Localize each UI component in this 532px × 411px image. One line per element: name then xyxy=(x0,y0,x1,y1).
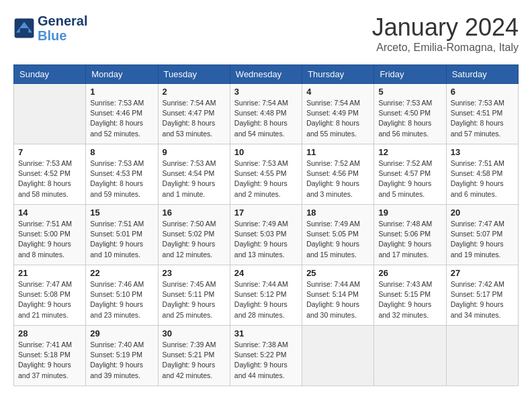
day-number: 27 xyxy=(451,268,514,278)
weekday-header: Saturday xyxy=(446,65,518,84)
calendar-cell: 19Sunrise: 7:48 AM Sunset: 5:06 PM Dayli… xyxy=(374,205,446,265)
title-block: January 2024 Arceto, Emilia-Romagna, Ita… xyxy=(372,13,519,54)
day-info: Sunrise: 7:50 AM Sunset: 5:02 PM Dayligh… xyxy=(163,219,226,260)
day-number: 9 xyxy=(163,147,226,157)
calendar-cell: 3Sunrise: 7:54 AM Sunset: 4:48 PM Daylig… xyxy=(230,84,302,144)
day-info: Sunrise: 7:47 AM Sunset: 5:07 PM Dayligh… xyxy=(451,219,514,260)
logo: GeneralBlue xyxy=(13,13,87,43)
day-info: Sunrise: 7:46 AM Sunset: 5:10 PM Dayligh… xyxy=(90,279,153,320)
calendar-cell: 10Sunrise: 7:53 AM Sunset: 4:55 PM Dayli… xyxy=(230,144,302,205)
day-info: Sunrise: 7:42 AM Sunset: 5:17 PM Dayligh… xyxy=(451,279,514,320)
weekday-header: Monday xyxy=(86,65,158,84)
calendar-cell: 25Sunrise: 7:44 AM Sunset: 5:14 PM Dayli… xyxy=(302,265,374,326)
calendar-cell: 18Sunrise: 7:49 AM Sunset: 5:05 PM Dayli… xyxy=(302,205,374,265)
day-number: 21 xyxy=(18,268,81,278)
day-number: 12 xyxy=(378,147,441,157)
calendar-cell: 20Sunrise: 7:47 AM Sunset: 5:07 PM Dayli… xyxy=(446,205,518,265)
day-number: 22 xyxy=(90,268,153,278)
page-header: GeneralBlue January 2024 Arceto, Emilia-… xyxy=(13,13,519,54)
day-number: 8 xyxy=(90,147,153,157)
calendar-cell: 14Sunrise: 7:51 AM Sunset: 5:00 PM Dayli… xyxy=(14,205,86,265)
calendar-week-row: 14Sunrise: 7:51 AM Sunset: 5:00 PM Dayli… xyxy=(14,205,519,265)
calendar-cell: 26Sunrise: 7:43 AM Sunset: 5:15 PM Dayli… xyxy=(374,265,446,326)
day-info: Sunrise: 7:54 AM Sunset: 4:48 PM Dayligh… xyxy=(234,98,298,139)
day-info: Sunrise: 7:39 AM Sunset: 5:21 PM Dayligh… xyxy=(163,340,226,381)
calendar-week-row: 1Sunrise: 7:53 AM Sunset: 4:46 PM Daylig… xyxy=(14,84,519,144)
calendar-cell: 2Sunrise: 7:54 AM Sunset: 4:47 PM Daylig… xyxy=(158,84,230,144)
calendar-cell: 9Sunrise: 7:53 AM Sunset: 4:54 PM Daylig… xyxy=(158,144,230,205)
day-info: Sunrise: 7:53 AM Sunset: 4:54 PM Dayligh… xyxy=(163,158,226,199)
day-number: 23 xyxy=(163,268,226,278)
day-info: Sunrise: 7:53 AM Sunset: 4:46 PM Dayligh… xyxy=(90,98,153,139)
calendar-cell: 1Sunrise: 7:53 AM Sunset: 4:46 PM Daylig… xyxy=(86,84,158,144)
calendar-cell: 28Sunrise: 7:41 AM Sunset: 5:18 PM Dayli… xyxy=(14,326,86,386)
svg-rect-2 xyxy=(20,28,29,35)
calendar-cell: 30Sunrise: 7:39 AM Sunset: 5:21 PM Dayli… xyxy=(158,326,230,386)
month-title: January 2024 xyxy=(372,13,519,42)
day-info: Sunrise: 7:44 AM Sunset: 5:14 PM Dayligh… xyxy=(306,279,369,320)
day-info: Sunrise: 7:52 AM Sunset: 4:56 PM Dayligh… xyxy=(306,158,369,199)
day-number: 29 xyxy=(90,328,153,338)
calendar-cell xyxy=(302,326,374,386)
calendar-cell: 4Sunrise: 7:54 AM Sunset: 4:49 PM Daylig… xyxy=(302,84,374,144)
day-info: Sunrise: 7:45 AM Sunset: 5:11 PM Dayligh… xyxy=(163,279,226,320)
calendar-cell xyxy=(14,84,86,144)
day-info: Sunrise: 7:53 AM Sunset: 4:50 PM Dayligh… xyxy=(378,98,441,139)
day-info: Sunrise: 7:53 AM Sunset: 4:53 PM Dayligh… xyxy=(90,158,153,199)
day-info: Sunrise: 7:54 AM Sunset: 4:49 PM Dayligh… xyxy=(306,98,369,139)
weekday-header: Tuesday xyxy=(158,65,230,84)
weekday-header: Wednesday xyxy=(230,65,302,84)
day-number: 20 xyxy=(451,208,514,218)
logo-icon xyxy=(13,17,35,39)
day-number: 5 xyxy=(378,87,441,97)
day-number: 1 xyxy=(90,87,153,97)
calendar-cell: 7Sunrise: 7:53 AM Sunset: 4:52 PM Daylig… xyxy=(14,144,86,205)
day-info: Sunrise: 7:51 AM Sunset: 5:01 PM Dayligh… xyxy=(90,219,153,260)
calendar-cell: 31Sunrise: 7:38 AM Sunset: 5:22 PM Dayli… xyxy=(230,326,302,386)
day-number: 7 xyxy=(18,147,81,157)
weekday-header: Friday xyxy=(374,65,446,84)
calendar-cell: 27Sunrise: 7:42 AM Sunset: 5:17 PM Dayli… xyxy=(446,265,518,326)
day-info: Sunrise: 7:49 AM Sunset: 5:05 PM Dayligh… xyxy=(306,219,369,260)
calendar-cell xyxy=(446,326,518,386)
calendar-cell: 5Sunrise: 7:53 AM Sunset: 4:50 PM Daylig… xyxy=(374,84,446,144)
day-info: Sunrise: 7:44 AM Sunset: 5:12 PM Dayligh… xyxy=(234,279,298,320)
calendar-week-row: 21Sunrise: 7:47 AM Sunset: 5:08 PM Dayli… xyxy=(14,265,519,326)
calendar-cell: 29Sunrise: 7:40 AM Sunset: 5:19 PM Dayli… xyxy=(86,326,158,386)
calendar-cell: 22Sunrise: 7:46 AM Sunset: 5:10 PM Dayli… xyxy=(86,265,158,326)
day-info: Sunrise: 7:47 AM Sunset: 5:08 PM Dayligh… xyxy=(18,279,81,320)
day-number: 26 xyxy=(378,268,441,278)
day-info: Sunrise: 7:53 AM Sunset: 4:51 PM Dayligh… xyxy=(451,98,514,139)
day-number: 28 xyxy=(18,328,81,338)
day-number: 2 xyxy=(163,87,226,97)
day-info: Sunrise: 7:51 AM Sunset: 5:00 PM Dayligh… xyxy=(18,219,81,260)
day-number: 31 xyxy=(234,328,298,338)
calendar-cell: 12Sunrise: 7:52 AM Sunset: 4:57 PM Dayli… xyxy=(374,144,446,205)
day-number: 25 xyxy=(306,268,369,278)
day-info: Sunrise: 7:41 AM Sunset: 5:18 PM Dayligh… xyxy=(18,340,81,381)
day-number: 24 xyxy=(234,268,298,278)
calendar-week-row: 7Sunrise: 7:53 AM Sunset: 4:52 PM Daylig… xyxy=(14,144,519,205)
weekday-header: Sunday xyxy=(14,65,86,84)
day-number: 18 xyxy=(306,208,369,218)
calendar-cell: 21Sunrise: 7:47 AM Sunset: 5:08 PM Dayli… xyxy=(14,265,86,326)
calendar-cell: 17Sunrise: 7:49 AM Sunset: 5:03 PM Dayli… xyxy=(230,205,302,265)
day-number: 19 xyxy=(378,208,441,218)
day-info: Sunrise: 7:43 AM Sunset: 5:15 PM Dayligh… xyxy=(378,279,441,320)
calendar-table: SundayMondayTuesdayWednesdayThursdayFrid… xyxy=(13,64,519,386)
day-number: 13 xyxy=(451,147,514,157)
day-number: 15 xyxy=(90,208,153,218)
calendar-week-row: 28Sunrise: 7:41 AM Sunset: 5:18 PM Dayli… xyxy=(14,326,519,386)
day-info: Sunrise: 7:48 AM Sunset: 5:06 PM Dayligh… xyxy=(378,219,441,260)
day-info: Sunrise: 7:53 AM Sunset: 4:52 PM Dayligh… xyxy=(18,158,81,199)
calendar-cell xyxy=(374,326,446,386)
day-info: Sunrise: 7:53 AM Sunset: 4:55 PM Dayligh… xyxy=(234,158,298,199)
calendar-cell: 16Sunrise: 7:50 AM Sunset: 5:02 PM Dayli… xyxy=(158,205,230,265)
location-subtitle: Arceto, Emilia-Romagna, Italy xyxy=(372,42,519,54)
day-info: Sunrise: 7:49 AM Sunset: 5:03 PM Dayligh… xyxy=(234,219,298,260)
day-number: 11 xyxy=(306,147,369,157)
calendar-cell: 15Sunrise: 7:51 AM Sunset: 5:01 PM Dayli… xyxy=(86,205,158,265)
calendar-cell: 24Sunrise: 7:44 AM Sunset: 5:12 PM Dayli… xyxy=(230,265,302,326)
day-number: 16 xyxy=(163,208,226,218)
day-info: Sunrise: 7:54 AM Sunset: 4:47 PM Dayligh… xyxy=(163,98,226,139)
